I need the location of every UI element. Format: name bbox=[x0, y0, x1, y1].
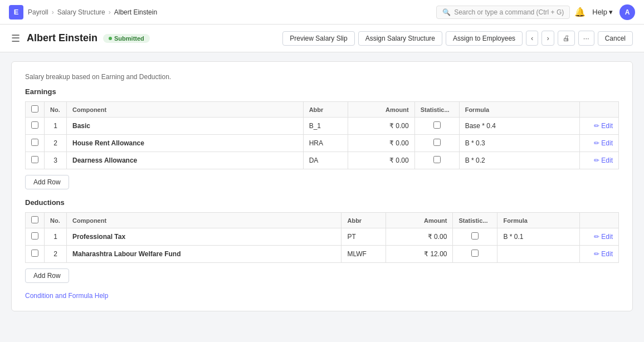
condition-formula-help-link[interactable]: Condition and Formula Help bbox=[25, 292, 619, 300]
breadcrumb-current: Albert Einstein bbox=[114, 8, 157, 16]
deductions-row-abbr: MLWF bbox=[341, 246, 386, 263]
earnings-select-all-checkbox[interactable] bbox=[31, 105, 38, 113]
breadcrumb-chevron-1: › bbox=[52, 8, 54, 16]
earnings-col-abbr: Abbr bbox=[303, 102, 348, 118]
deductions-row-formula bbox=[497, 246, 580, 263]
deductions-col-statistic: Statistic... bbox=[453, 213, 497, 228]
deductions-table: No. Component Abbr Amount Statistic... F… bbox=[25, 212, 619, 263]
notifications-icon[interactable]: 🔔 bbox=[574, 7, 586, 17]
earnings-row-formula: B * 0.3 bbox=[459, 135, 579, 152]
avatar[interactable]: A bbox=[619, 4, 635, 20]
earnings-table-row: 3 Dearness Allowance DA ₹ 0.00 B * 0.2 ✏… bbox=[26, 152, 619, 169]
earnings-col-checkbox bbox=[26, 102, 45, 118]
earnings-row-statistic bbox=[414, 152, 459, 169]
earnings-col-statistic: Statistic... bbox=[414, 102, 459, 118]
deductions-row-statistic-checkbox[interactable] bbox=[471, 232, 479, 240]
deductions-table-row: 1 Professional Tax PT ₹ 0.00 B * 0.1 ✏ E… bbox=[26, 228, 619, 246]
earnings-row-no: 1 bbox=[45, 118, 67, 135]
earnings-row-statistic-checkbox[interactable] bbox=[433, 121, 441, 129]
earnings-row-statistic bbox=[414, 118, 459, 135]
earnings-row-edit-button[interactable]: ✏ Edit bbox=[594, 139, 613, 147]
section-description: Salary breakup based on Earning and Dedu… bbox=[25, 73, 619, 81]
earnings-row-amount: ₹ 0.00 bbox=[348, 152, 414, 169]
more-options-icon[interactable]: ··· bbox=[578, 31, 594, 46]
earnings-row-component: Basic bbox=[67, 118, 304, 135]
earnings-row-amount: ₹ 0.00 bbox=[348, 118, 414, 135]
deductions-row-amount: ₹ 12.00 bbox=[386, 246, 453, 263]
earnings-col-component: Component bbox=[67, 102, 304, 118]
earnings-row-component: Dearness Allowance bbox=[67, 152, 304, 169]
help-menu[interactable]: Help ▾ bbox=[592, 8, 613, 16]
earnings-row-component: House Rent Allowance bbox=[67, 135, 304, 152]
earnings-row-amount: ₹ 0.00 bbox=[348, 135, 414, 152]
earnings-row-formula: B * 0.2 bbox=[459, 152, 579, 169]
preview-salary-slip-button[interactable]: Preview Salary Slip bbox=[282, 31, 354, 46]
deductions-row-component: Maharashtra Labour Welfare Fund bbox=[67, 246, 341, 263]
search-icon: 🔍 bbox=[442, 8, 451, 16]
status-label: Submitted bbox=[114, 35, 144, 42]
main-content: Salary breakup based on Earning and Dedu… bbox=[0, 52, 644, 329]
earnings-row-checkbox[interactable] bbox=[31, 156, 38, 163]
deductions-row-checkbox-cell bbox=[26, 228, 45, 246]
deductions-col-no: No. bbox=[45, 213, 67, 228]
app-logo: E bbox=[9, 5, 23, 19]
earnings-table: No. Component Abbr Amount Statistic... F… bbox=[25, 101, 619, 169]
deductions-row-edit-cell: ✏ Edit bbox=[580, 228, 619, 246]
deductions-row-amount: ₹ 0.00 bbox=[386, 228, 453, 246]
page-title: Albert Einstein bbox=[27, 32, 97, 44]
earnings-row-edit-button[interactable]: ✏ Edit bbox=[594, 122, 613, 130]
assign-salary-structure-button[interactable]: Assign Salary Structure bbox=[358, 31, 442, 46]
cancel-button[interactable]: Cancel bbox=[598, 31, 633, 46]
deductions-row-checkbox[interactable] bbox=[31, 232, 38, 240]
deductions-row-statistic-checkbox[interactable] bbox=[471, 250, 479, 257]
print-icon[interactable]: 🖨 bbox=[558, 31, 575, 46]
search-placeholder-text: Search or type a command (Ctrl + G) bbox=[454, 8, 564, 16]
next-button[interactable]: › bbox=[541, 31, 554, 46]
deductions-add-row-button[interactable]: Add Row bbox=[25, 268, 69, 283]
breadcrumb-payroll[interactable]: Payroll bbox=[28, 8, 48, 16]
earnings-row-abbr: DA bbox=[303, 152, 348, 169]
breadcrumb: Payroll › Salary Structure › Albert Eins… bbox=[28, 8, 432, 16]
earnings-row-edit-cell: ✏ Edit bbox=[580, 118, 619, 135]
earnings-col-formula: Formula bbox=[459, 102, 579, 118]
earnings-row-abbr: HRA bbox=[303, 135, 348, 152]
status-badge: Submitted bbox=[103, 34, 150, 43]
deductions-row-edit-button[interactable]: ✏ Edit bbox=[594, 250, 613, 258]
assign-to-employees-button[interactable]: Assign to Employees bbox=[446, 31, 523, 46]
earnings-row-formula: Base * 0.4 bbox=[459, 118, 579, 135]
earnings-row-edit-cell: ✏ Edit bbox=[580, 135, 619, 152]
deductions-col-amount: Amount bbox=[386, 213, 453, 228]
earnings-section: Earnings No. Component Abbr Amount Stati… bbox=[25, 87, 619, 189]
deductions-title: Deductions bbox=[25, 198, 619, 207]
deductions-col-component: Component bbox=[67, 213, 341, 228]
deductions-row-checkbox[interactable] bbox=[31, 250, 38, 257]
earnings-row-edit-cell: ✏ Edit bbox=[580, 152, 619, 169]
deductions-row-edit-cell: ✏ Edit bbox=[580, 246, 619, 263]
topnav-right: 🔔 Help ▾ A bbox=[574, 4, 635, 20]
earnings-row-checkbox-cell bbox=[26, 135, 45, 152]
earnings-row-edit-button[interactable]: ✏ Edit bbox=[594, 157, 613, 164]
deductions-row-edit-button[interactable]: ✏ Edit bbox=[594, 233, 613, 241]
earnings-row-checkbox[interactable] bbox=[31, 139, 38, 146]
deductions-row-component: Professional Tax bbox=[67, 228, 341, 246]
earnings-row-statistic-checkbox[interactable] bbox=[433, 139, 441, 146]
deductions-table-row: 2 Maharashtra Labour Welfare Fund MLWF ₹… bbox=[26, 246, 619, 263]
status-dot bbox=[109, 37, 112, 40]
search-bar[interactable]: 🔍 Search or type a command (Ctrl + G) bbox=[436, 6, 570, 19]
hamburger-icon[interactable]: ☰ bbox=[11, 32, 20, 45]
deductions-select-all-checkbox[interactable] bbox=[31, 216, 38, 223]
prev-button[interactable]: ‹ bbox=[526, 31, 538, 46]
earnings-add-row-button[interactable]: Add Row bbox=[25, 175, 69, 189]
earnings-table-row: 1 Basic B_1 ₹ 0.00 Base * 0.4 ✏ Edit bbox=[26, 118, 619, 135]
breadcrumb-salary-structure[interactable]: Salary Structure bbox=[57, 8, 105, 16]
earnings-row-checkbox[interactable] bbox=[31, 121, 38, 129]
earnings-row-checkbox-cell bbox=[26, 152, 45, 169]
earnings-row-no: 2 bbox=[45, 135, 67, 152]
deductions-col-checkbox bbox=[26, 213, 45, 228]
earnings-row-abbr: B_1 bbox=[303, 118, 348, 135]
deductions-row-formula: B * 0.1 bbox=[497, 228, 580, 246]
deductions-row-no: 1 bbox=[45, 228, 67, 246]
deductions-col-action bbox=[580, 213, 619, 228]
earnings-row-statistic-checkbox[interactable] bbox=[433, 156, 441, 163]
deductions-row-abbr: PT bbox=[341, 228, 386, 246]
